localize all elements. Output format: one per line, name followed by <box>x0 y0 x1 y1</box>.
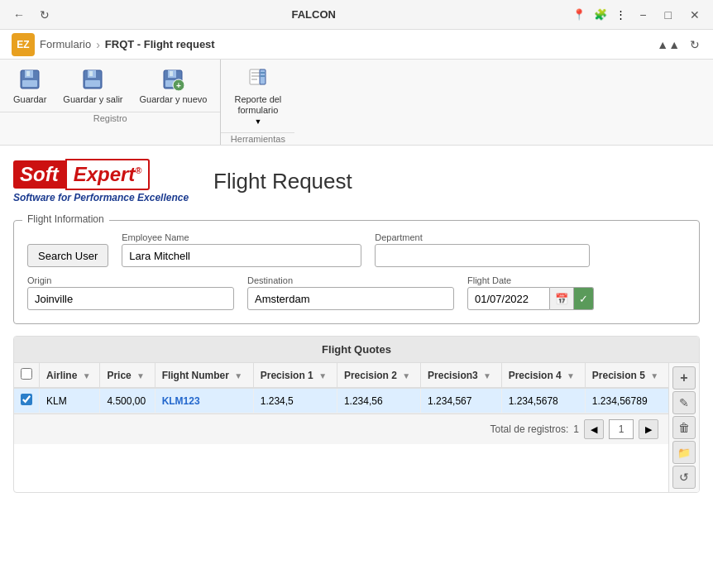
row-precision3: 1.234,567 <box>421 388 502 414</box>
current-page: 1 <box>609 419 634 439</box>
breadcrumb-refresh-button[interactable]: ↻ <box>688 36 701 53</box>
flight-info-row-2: Origin Destination Flight Date 📅 ✓ <box>27 275 686 310</box>
total-label: Total de registros: <box>490 423 569 435</box>
col-precision5: Precision 5 ▼ <box>585 363 668 388</box>
table-container: Airline ▼ Price ▼ Flight Number ▼ Precis… <box>14 363 668 492</box>
refresh-table-button[interactable]: ↺ <box>672 466 696 489</box>
app-icon: EZ <box>12 33 35 56</box>
nav-controls: ← ↻ <box>8 7 55 23</box>
row-checkbox[interactable] <box>21 394 32 405</box>
table-footer: Total de registros: 1 ◀ 1 ▶ <box>14 414 668 444</box>
data-table: Airline ▼ Price ▼ Flight Number ▼ Precis… <box>14 363 668 414</box>
add-row-button[interactable]: + <box>672 366 696 390</box>
employee-name-input[interactable] <box>122 244 361 267</box>
date-confirm-button[interactable]: ✓ <box>574 287 594 310</box>
destination-group: Destination <box>247 275 454 310</box>
flight-date-input[interactable] <box>467 287 550 310</box>
puzzle-icon: 🧩 <box>594 8 607 21</box>
breadcrumb-section[interactable]: Formulario <box>40 38 91 50</box>
destination-input[interactable] <box>247 287 454 310</box>
svg-rect-15 <box>251 72 260 74</box>
save-close-icon <box>79 66 106 93</box>
row-precision5: 1.234,56789 <box>585 388 668 414</box>
flight-date-label: Flight Date <box>467 275 594 285</box>
sort-arrow-airline: ▼ <box>83 371 91 380</box>
save-new-label: Guardar y nuevo <box>140 94 208 105</box>
delete-row-button[interactable]: 🗑 <box>672 416 696 439</box>
back-button[interactable]: ← <box>8 7 30 23</box>
sort-arrow-price: ▼ <box>136 371 145 380</box>
svg-rect-7 <box>89 71 93 76</box>
breadcrumb-separator: › <box>96 38 100 51</box>
logo-registered: ® <box>135 165 141 175</box>
edit-row-button[interactable]: ✎ <box>672 391 696 414</box>
toolbar-buttons-herramientas: Reporte del formulario ▼ <box>221 60 294 132</box>
svg-rect-20 <box>261 75 265 77</box>
table-wrapper: Airline ▼ Price ▼ Flight Number ▼ Precis… <box>14 363 699 492</box>
minimize-button[interactable]: − <box>634 7 651 23</box>
maximize-button[interactable]: □ <box>660 7 677 23</box>
logo-soft: Soft <box>13 160 65 189</box>
toolbar-section-herramientas-label: Herramientas <box>221 132 294 145</box>
svg-rect-11 <box>170 71 173 76</box>
row-precision1: 1.234,5 <box>253 388 337 414</box>
row-price: 4.500,00 <box>100 388 155 414</box>
toolbar-buttons-registro: Guardar Guardar y salir <box>0 60 220 112</box>
search-user-group: Search User <box>27 244 108 267</box>
sort-arrow-precision3: ▼ <box>483 371 491 380</box>
employee-name-label: Employee Name <box>122 232 361 242</box>
svg-rect-3 <box>26 71 30 76</box>
svg-rect-6 <box>85 80 100 87</box>
report-dropdown-icon: ▼ <box>254 117 261 126</box>
report-icon <box>245 66 271 93</box>
row-precision4: 1.234,5678 <box>501 388 585 414</box>
department-group: Department <box>375 232 590 267</box>
save-close-label: Guardar y salir <box>63 94 122 105</box>
logo-area: Soft Expert® Software for Performance Ex… <box>13 159 700 203</box>
col-flight-number: Flight Number ▼ <box>155 363 253 388</box>
sort-arrow-flight-number: ▼ <box>234 371 242 380</box>
toolbar-section-registro: Guardar Guardar y salir <box>0 60 221 145</box>
next-page-button[interactable]: ▶ <box>639 419 658 439</box>
col-precision2: Precision 2 ▼ <box>337 363 420 388</box>
save-close-button[interactable]: Guardar y salir <box>56 63 129 108</box>
refresh-button[interactable]: ↻ <box>35 7 55 23</box>
save-label: Guardar <box>13 94 46 105</box>
flight-date-group: Flight Date 📅 ✓ <box>467 275 594 310</box>
breadcrumb-up-button[interactable]: ▲▲ <box>655 36 682 53</box>
report-button[interactable]: Reporte del formulario ▼ <box>227 63 288 129</box>
toolbar-section-registro-label: Registro <box>0 112 220 124</box>
department-label: Department <box>375 232 590 242</box>
breadcrumb-bar: EZ Formulario › FRQT - Flight request ▲▲… <box>0 30 713 60</box>
table-row[interactable]: KLM 4.500,00 KLM123 1.234,5 1.234,56 1.2… <box>14 388 668 414</box>
row-precision2: 1.234,56 <box>337 388 420 414</box>
breadcrumb-current: FRQT - Flight request <box>105 38 215 50</box>
col-check <box>14 363 40 388</box>
logo-main: Soft Expert® <box>13 159 189 190</box>
row-check-cell <box>14 388 40 414</box>
search-user-button[interactable]: Search User <box>27 244 108 267</box>
prev-page-button[interactable]: ◀ <box>584 419 604 439</box>
total-count: 1 <box>573 423 579 435</box>
calendar-button[interactable]: 📅 <box>550 287 574 310</box>
col-price: Price ▼ <box>100 363 155 388</box>
date-wrapper: 📅 ✓ <box>467 287 594 310</box>
breadcrumb-actions: ▲▲ ↻ <box>655 36 701 53</box>
toolbar: Guardar Guardar y salir <box>0 60 713 146</box>
save-new-button[interactable]: + Guardar y nuevo <box>133 63 214 108</box>
close-button[interactable]: ✕ <box>685 7 705 23</box>
table-header-row: Airline ▼ Price ▼ Flight Number ▼ Precis… <box>14 363 668 388</box>
svg-rect-16 <box>251 75 260 77</box>
page-title: Flight Request <box>213 169 352 194</box>
col-airline: Airline ▼ <box>40 363 100 388</box>
save-button[interactable]: Guardar <box>7 63 53 108</box>
select-all-checkbox[interactable] <box>21 368 32 380</box>
add-icon: + <box>680 370 687 385</box>
origin-input[interactable] <box>27 287 234 310</box>
main-content: Soft Expert® Software for Performance Ex… <box>0 146 713 588</box>
folder-button[interactable]: 📁 <box>672 441 696 464</box>
department-input[interactable] <box>375 244 590 267</box>
menu-icon: ⋮ <box>615 8 626 21</box>
flight-info-legend: Flight Information <box>22 213 109 225</box>
flight-quotes-section: Flight Quotes Airline ▼ Price ▼ Flight N… <box>13 336 700 493</box>
